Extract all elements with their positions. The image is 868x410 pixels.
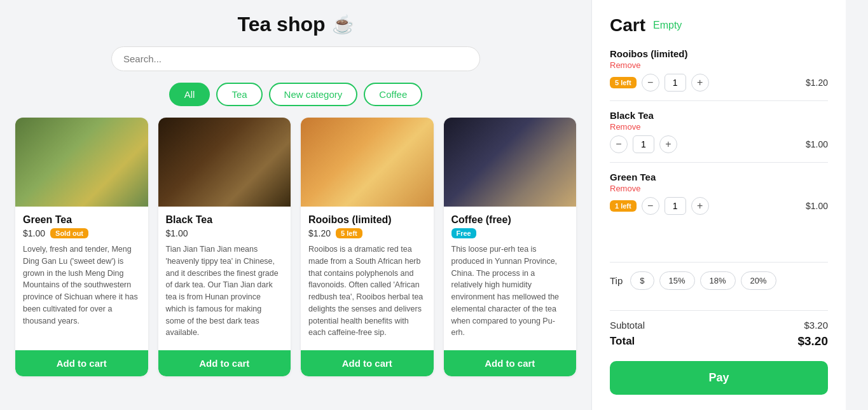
subtotal-value: $3.20 xyxy=(804,320,828,331)
qty-input-rooibos[interactable] xyxy=(665,74,686,92)
qty-input-green-tea[interactable] xyxy=(665,197,686,215)
cart-item-name-green-tea: Green Tea xyxy=(610,172,828,182)
product-card-rooibos: Rooibos (limited) $1.20 5 left Rooibos i… xyxy=(301,118,434,376)
product-badge-coffee: Free xyxy=(451,228,476,238)
product-desc-rooibos: Rooibos is a dramatic red tea made from … xyxy=(308,243,426,339)
add-to-cart-green-tea[interactable]: Add to cart xyxy=(15,350,148,376)
cart-items-list: Rooibos (limited) Remove 5 left − + $1.2… xyxy=(610,48,828,253)
total-row: Total $3.20 xyxy=(610,334,828,348)
product-name-green-tea: Green Tea xyxy=(23,214,141,226)
cart-item-badge-green-tea: 1 left xyxy=(610,200,637,212)
filter-all[interactable]: All xyxy=(169,83,210,106)
pay-button[interactable]: Pay xyxy=(610,361,828,395)
cart-item-name-rooibos: Rooibos (limited) xyxy=(610,48,828,59)
product-card-green-tea: Green Tea $1.00 Sold out Lovely, fresh a… xyxy=(15,118,148,376)
tip-20-btn[interactable]: 20% xyxy=(741,271,776,290)
cart-item-price-rooibos: $1.20 xyxy=(806,78,828,88)
product-badge-rooibos: 5 left xyxy=(336,228,362,238)
qty-decrease-rooibos[interactable]: − xyxy=(642,74,659,92)
product-price-black-tea: $1.00 xyxy=(166,228,188,238)
products-grid: Green Tea $1.00 Sold out Lovely, fresh a… xyxy=(15,118,576,376)
divider-tip xyxy=(610,262,828,263)
cart-item-remove-green-tea[interactable]: Remove xyxy=(610,184,828,193)
divider-subtotal xyxy=(610,310,828,311)
cart-title: Cart xyxy=(610,15,645,36)
product-card-coffee: Coffee (free) Free This loose pur-erh te… xyxy=(444,118,577,376)
cart-item-remove-rooibos[interactable]: Remove xyxy=(610,60,828,70)
cart-panel: Cart Empty Rooibos (limited) Remove 5 le… xyxy=(591,0,846,410)
product-price-green-tea: $1.00 xyxy=(23,228,45,238)
product-name-coffee: Coffee (free) xyxy=(451,214,569,226)
cart-item-black-tea: Black Tea Remove − + $1.00 xyxy=(610,110,828,153)
add-to-cart-black-tea[interactable]: Add to cart xyxy=(158,350,291,376)
total-label: Total xyxy=(610,335,635,348)
cart-item-name-black-tea: Black Tea xyxy=(610,110,828,121)
subtotal-label: Subtotal xyxy=(610,320,645,331)
product-image-green-tea xyxy=(15,118,148,207)
product-card-black-tea: Black Tea $1.00 Tian Jian Tian Jian mean… xyxy=(158,118,291,376)
shop-title-text: Tea shop xyxy=(237,13,325,36)
qty-increase-rooibos[interactable]: + xyxy=(691,74,709,92)
qty-input-black-tea[interactable] xyxy=(633,135,654,153)
cart-item-price-black-tea: $1.00 xyxy=(806,139,828,149)
divider-2 xyxy=(610,162,828,163)
product-badge-green-tea: Sold out xyxy=(50,228,88,238)
qty-increase-black-tea[interactable]: + xyxy=(659,135,677,153)
filter-tea[interactable]: Tea xyxy=(216,83,262,106)
search-input[interactable] xyxy=(111,46,480,71)
product-name-black-tea: Black Tea xyxy=(166,214,284,226)
qty-decrease-green-tea[interactable]: − xyxy=(642,197,659,215)
total-value: $3.20 xyxy=(797,334,828,348)
main-area: Tea shop ☕ All Tea New category Coffee G… xyxy=(0,0,591,410)
tip-label: Tip xyxy=(610,275,623,286)
cart-item-rooibos: Rooibos (limited) Remove 5 left − + $1.2… xyxy=(610,48,828,92)
product-desc-green-tea: Lovely, fresh and tender, Meng Ding Gan … xyxy=(23,243,141,327)
cart-item-badge-rooibos: 5 left xyxy=(610,77,637,88)
product-image-rooibos xyxy=(301,118,434,207)
product-image-coffee xyxy=(444,118,577,207)
cart-empty-label: Empty xyxy=(653,20,682,31)
product-price-rooibos: $1.20 xyxy=(308,228,331,238)
filter-coffee[interactable]: Coffee xyxy=(364,83,422,106)
qty-decrease-black-tea[interactable]: − xyxy=(610,135,628,153)
product-desc-coffee: This loose pur-erh tea is produced in Yu… xyxy=(451,243,569,339)
divider-1 xyxy=(610,100,828,101)
tea-icon: ☕ xyxy=(332,14,354,35)
subtotal-row: Subtotal $3.20 xyxy=(610,320,828,331)
filter-row: All Tea New category Coffee xyxy=(15,83,576,106)
tip-dollar-btn[interactable]: $ xyxy=(630,271,654,290)
cart-item-remove-black-tea[interactable]: Remove xyxy=(610,122,828,132)
qty-increase-green-tea[interactable]: + xyxy=(691,197,709,215)
product-desc-black-tea: Tian Jian Tian Jian means 'heavenly tipp… xyxy=(166,243,284,339)
filter-new-category[interactable]: New category xyxy=(269,83,358,106)
tip-18-btn[interactable]: 18% xyxy=(700,271,736,290)
add-to-cart-rooibos[interactable]: Add to cart xyxy=(301,350,434,376)
tip-15-btn[interactable]: 15% xyxy=(659,271,695,290)
tip-row: Tip $ 15% 18% 20% xyxy=(610,271,828,290)
cart-item-green-tea: Green Tea Remove 1 left − + $1.00 xyxy=(610,172,828,215)
product-image-black-tea xyxy=(158,118,291,207)
product-name-rooibos: Rooibos (limited) xyxy=(308,214,426,226)
add-to-cart-coffee[interactable]: Add to cart xyxy=(444,350,577,376)
page-title: Tea shop ☕ xyxy=(15,13,576,36)
cart-item-price-green-tea: $1.00 xyxy=(806,201,828,211)
